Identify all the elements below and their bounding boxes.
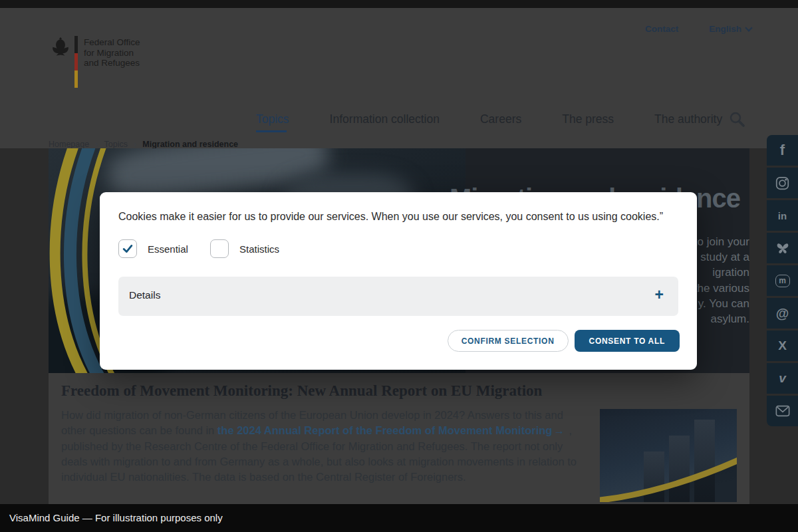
page: Federal Office for Migration and Refugee…: [0, 0, 798, 532]
hero-intro-text: to join your study at a igration the var…: [694, 234, 749, 327]
details-accordion[interactable]: Details +: [118, 277, 678, 316]
checkmark-icon: [121, 242, 134, 255]
breadcrumb: Homepage › Topics › Migration and reside…: [49, 139, 238, 149]
breadcrumb-separator: ›: [95, 139, 98, 149]
site-header: Federal Office for Migration and Refugee…: [0, 8, 798, 148]
article-body: How did migration of non-German citizens…: [61, 408, 589, 485]
details-label: Details: [129, 289, 160, 301]
xing-button[interactable]: X: [767, 331, 798, 361]
footer-bar: VisaMind Guide — For illustration purpos…: [0, 504, 798, 532]
xing-icon: X: [778, 338, 787, 353]
article-thumbnail-chart-image[interactable]: [600, 409, 737, 502]
federal-eagle-icon: [49, 35, 72, 61]
facebook-icon: f: [780, 142, 785, 159]
social-media-rail: f in m @ X v: [767, 135, 798, 426]
statistics-checkbox[interactable]: [210, 239, 229, 258]
active-tab-underline: [256, 130, 287, 132]
breadcrumb-homepage[interactable]: Homepage: [49, 140, 89, 149]
vimeo-icon: v: [779, 371, 786, 386]
nav-item-information-collection[interactable]: Information collection: [330, 112, 440, 126]
newsletter-button[interactable]: [767, 396, 798, 426]
statistics-checkbox-row: Statistics: [210, 239, 279, 258]
facebook-button[interactable]: f: [767, 135, 798, 166]
bluesky-button[interactable]: [767, 233, 798, 263]
vimeo-button[interactable]: v: [767, 363, 798, 394]
nav-item-careers[interactable]: Careers: [480, 112, 521, 126]
nav-item-the-authority[interactable]: The authority: [654, 112, 722, 126]
breadcrumb-current: Migration and residence: [142, 140, 238, 149]
search-icon[interactable]: [729, 111, 746, 128]
mastodon-button[interactable]: m: [767, 265, 798, 296]
article-teaser: Freedom of Movement Monitoring: New Annu…: [49, 373, 749, 504]
instagram-icon: [775, 176, 789, 190]
chevron-down-icon: [745, 24, 752, 31]
link-arrow-icon: →: [552, 424, 566, 436]
essential-checkbox[interactable]: [118, 239, 137, 258]
instagram-button[interactable]: [767, 168, 798, 198]
dialog-actions: CONFIRM SELECTION CONSENT TO ALL: [448, 330, 680, 352]
annual-report-link[interactable]: the 2024 Annual Report of the Freedom of…: [217, 424, 553, 436]
breadcrumb-topics[interactable]: Topics: [104, 140, 128, 149]
essential-label[interactable]: Essential: [148, 243, 188, 255]
statistics-label[interactable]: Statistics: [239, 243, 279, 255]
essential-checkbox-row: Essential: [118, 239, 188, 258]
bluesky-icon: [775, 242, 790, 255]
utility-bar: Contact English: [645, 24, 751, 34]
government-top-strip: [0, 0, 798, 8]
logo-text: Federal Office for Migration and Refugee…: [84, 37, 140, 90]
contact-link[interactable]: Contact: [645, 24, 678, 34]
breadcrumb-separator: ›: [134, 139, 136, 149]
expand-plus-icon[interactable]: +: [655, 286, 664, 304]
threads-icon: @: [776, 306, 789, 321]
mastodon-icon: m: [775, 275, 790, 287]
bamf-logo[interactable]: Federal Office for Migration and Refugee…: [49, 27, 196, 90]
flag-stripe: [74, 36, 78, 88]
footer-note: VisaMind Guide — For illustration purpos…: [9, 512, 223, 523]
linkedin-button[interactable]: in: [767, 200, 798, 231]
cookie-consent-dialog: Cookies make it easier for us to provide…: [100, 192, 697, 370]
main-navigation: Topics Information collection Careers Th…: [256, 112, 722, 126]
nav-item-topics[interactable]: Topics: [256, 112, 289, 126]
language-selector[interactable]: English: [709, 24, 751, 34]
linkedin-icon: in: [778, 210, 787, 221]
confirm-selection-button[interactable]: CONFIRM SELECTION: [448, 330, 569, 352]
threads-button[interactable]: @: [767, 298, 798, 329]
language-label: English: [709, 24, 741, 34]
email-icon: [775, 405, 790, 417]
cookie-message: Cookies make it easier for us to provide…: [118, 211, 677, 223]
consent-to-all-button[interactable]: CONSENT TO ALL: [575, 330, 680, 352]
article-title: Freedom of Movement Monitoring: New Annu…: [61, 382, 567, 400]
nav-item-the-press[interactable]: The press: [562, 112, 614, 126]
